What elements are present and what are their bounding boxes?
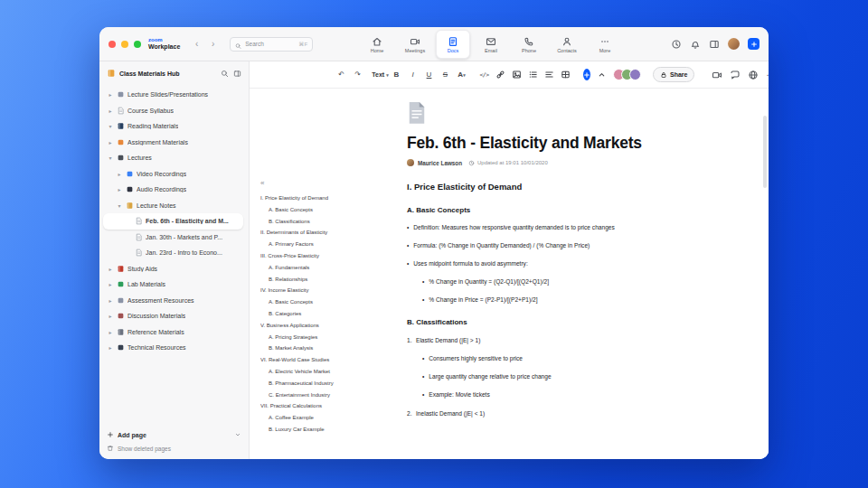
more-options-icon[interactable]: ⋯: [766, 70, 769, 80]
chevron-down-icon[interactable]: [234, 431, 241, 438]
new-item-button[interactable]: [748, 38, 760, 50]
sidebar-item-reference-materials[interactable]: ▸Reference Materials: [103, 324, 243, 341]
outline-item[interactable]: A. Primary Factors: [260, 239, 398, 250]
outline-item[interactable]: V. Business Applications: [260, 320, 398, 332]
outline-item[interactable]: A. Basic Concepts: [260, 296, 398, 308]
outline-item[interactable]: I. Price Elasticity of Demand: [260, 192, 398, 204]
sidebar-item-feb-6th-elasticity-and-m[interactable]: Feb. 6th - Elasticity and M...: [103, 213, 243, 230]
outline-item[interactable]: B. Pharmaceutical Industry: [260, 378, 398, 389]
insert-block-button[interactable]: [583, 69, 590, 80]
chevron-down-icon[interactable]: ▾: [107, 155, 114, 161]
maximize-window-button[interactable]: [134, 41, 141, 48]
close-window-button[interactable]: [108, 41, 116, 48]
collapse-toolbar-button[interactable]: [597, 68, 607, 82]
sidebar-item-jan-30th-markets-and-p[interactable]: Jan. 30th - Markets and P...: [103, 230, 243, 246]
tab-meetings[interactable]: Meetings: [398, 30, 432, 59]
sidebar-item-lab-materials[interactable]: ▸Lab Materials: [103, 277, 243, 293]
minimize-window-button[interactable]: [121, 41, 128, 48]
outline-item[interactable]: C. Entertainment Industry: [260, 389, 398, 401]
sidebar-item-audio-recordings[interactable]: ▸Audio Recordings: [103, 182, 243, 198]
outline-item[interactable]: B. Categories: [260, 308, 398, 320]
chevron-right-icon[interactable]: ▸: [107, 344, 114, 351]
outline-item[interactable]: IV. Income Elasticity: [260, 285, 398, 296]
outline-item[interactable]: A. Basic Concepts: [260, 204, 398, 216]
chevron-right-icon[interactable]: ▸: [107, 266, 114, 272]
share-button[interactable]: Share: [653, 67, 694, 82]
outline-item[interactable]: A. Coffee Example: [260, 412, 398, 424]
chevron-down-icon[interactable]: ▾: [107, 123, 114, 129]
chevron-right-icon[interactable]: ▸: [107, 108, 114, 114]
sidebar-item-technical-resources[interactable]: ▸Technical Resources: [103, 340, 243, 356]
underline-button[interactable]: U: [424, 68, 434, 82]
bold-button[interactable]: B: [392, 68, 401, 82]
sidebar-item-assessment-resources[interactable]: ▸Assessment Resources: [103, 293, 243, 309]
outline-item[interactable]: B. Relationships: [260, 274, 398, 286]
tab-contacts[interactable]: Contacts: [550, 30, 584, 59]
chevron-right-icon[interactable]: ▸: [107, 329, 114, 335]
collaborator-avatar-3[interactable]: [629, 69, 641, 80]
outline-item[interactable]: II. Determinants of Elasticity: [260, 227, 398, 239]
italic-button[interactable]: I: [408, 68, 418, 82]
chevron-right-icon[interactable]: ▸: [107, 139, 114, 145]
nav-forward-button[interactable]: ›: [207, 38, 219, 50]
document-title[interactable]: Feb. 6th - Elasticity and Markets: [407, 134, 722, 153]
tab-docs[interactable]: Docs: [436, 30, 470, 59]
sidebar-search-icon[interactable]: [221, 70, 229, 78]
align-button[interactable]: [544, 68, 554, 82]
globe-icon[interactable]: [748, 70, 759, 80]
link-button[interactable]: [495, 68, 505, 82]
user-avatar[interactable]: [728, 38, 740, 50]
table-button[interactable]: [561, 68, 571, 82]
sidebar-item-discussion-materials[interactable]: ▸Discussion Materials: [103, 308, 243, 324]
sidebar-item-lectures[interactable]: ▾Lectures: [103, 150, 243, 166]
chevron-right-icon[interactable]: ▸: [116, 171, 123, 177]
outline-collapse-icon[interactable]: «: [260, 179, 398, 187]
notifications-bell-icon[interactable]: [690, 39, 701, 50]
sidebar-item-jan-23rd-intro-to-econo[interactable]: Jan. 23rd - Intro to Econo...: [103, 245, 243, 261]
scrollbar-thumb[interactable]: [763, 116, 767, 188]
chevron-right-icon[interactable]: ▸: [116, 186, 123, 192]
image-button[interactable]: [512, 68, 522, 82]
nav-back-button[interactable]: ‹: [191, 38, 203, 50]
chevron-right-icon[interactable]: ▸: [107, 281, 114, 287]
comments-icon[interactable]: [730, 70, 741, 80]
code-button[interactable]: </>: [479, 68, 489, 82]
chevron-down-icon[interactable]: ▾: [116, 202, 123, 209]
outline-item[interactable]: III. Cross-Price Elasticity: [260, 250, 398, 262]
video-call-icon[interactable]: [712, 70, 722, 80]
tab-email[interactable]: Email: [474, 30, 508, 59]
sidebar-item-reading-materials[interactable]: ▾Reading Materials: [103, 118, 243, 135]
text-color-button[interactable]: A▾: [457, 68, 467, 82]
tab-home[interactable]: Home: [360, 30, 394, 59]
sidebar-item-study-aids[interactable]: ▸Study Aids: [103, 261, 243, 277]
sidebar-expand-icon[interactable]: [233, 70, 241, 78]
sidebar-item-video-recordings[interactable]: ▸Video Recordings: [103, 166, 243, 183]
chevron-right-icon[interactable]: ▸: [107, 297, 114, 304]
outline-item[interactable]: A. Pricing Strategies: [260, 332, 398, 343]
sidebar-item-course-syllabus[interactable]: ▸Course Syllabus: [103, 103, 243, 119]
history-icon[interactable]: [671, 39, 682, 50]
global-search-input[interactable]: Search ⌘F: [230, 37, 313, 52]
outline-item[interactable]: B. Luxury Car Example: [260, 424, 398, 436]
show-deleted-pages-button[interactable]: Show deleted pages: [107, 445, 241, 452]
bulleted-list-button[interactable]: [528, 68, 538, 82]
side-panel-icon[interactable]: [709, 39, 720, 50]
outline-item[interactable]: B. Classifications: [260, 216, 398, 228]
tab-more[interactable]: More: [588, 30, 622, 59]
outline-item[interactable]: VI. Real-World Case Studies: [260, 354, 398, 366]
sidebar-item-lecture-notes[interactable]: ▾Lecture Notes: [103, 198, 243, 214]
redo-button[interactable]: ↷: [353, 68, 363, 82]
sidebar-item-assignment-materials[interactable]: ▸Assignment Materials: [103, 135, 243, 151]
outline-item[interactable]: A. Fundamentals: [260, 262, 398, 274]
text-style-dropdown[interactable]: Text▾: [375, 68, 385, 82]
tab-phone[interactable]: Phone: [512, 30, 546, 59]
outline-item[interactable]: B. Market Analysis: [260, 343, 398, 354]
strikethrough-button[interactable]: S: [440, 68, 450, 82]
add-page-button[interactable]: Add page: [107, 431, 241, 438]
chevron-right-icon[interactable]: ▸: [107, 91, 114, 98]
outline-item[interactable]: VII. Practical Calculations: [260, 400, 398, 412]
chevron-right-icon[interactable]: ▸: [107, 313, 114, 319]
sidebar-item-lecture-slides-presentations[interactable]: ▸Lecture Slides/Presentations: [103, 87, 243, 103]
undo-button[interactable]: ↶: [336, 68, 346, 82]
outline-item[interactable]: A. Electric Vehicle Market: [260, 366, 398, 378]
